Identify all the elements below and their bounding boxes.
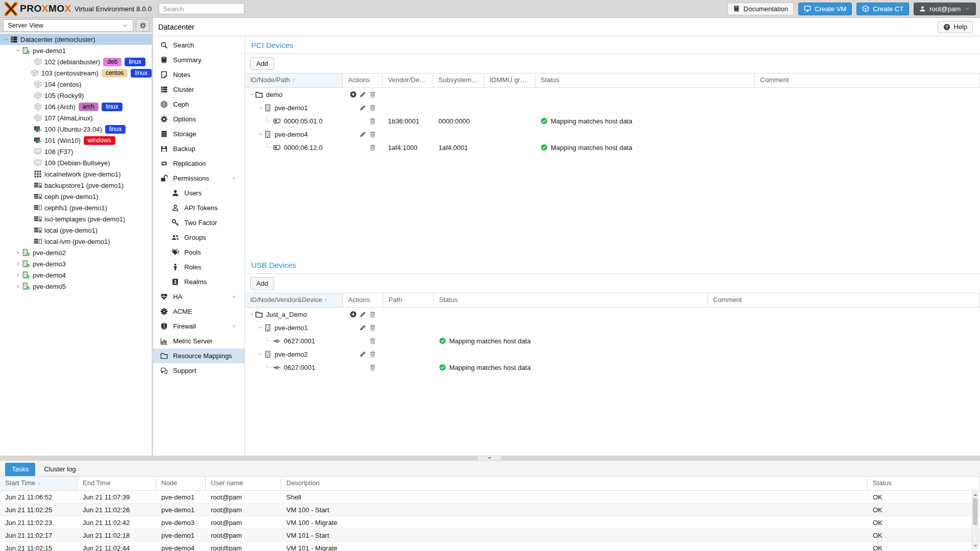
column-header[interactable]: IOMMU gr… [484,73,535,87]
tree-item[interactable]: 105 (Rocky9) [0,90,152,101]
tree-item[interactable]: localnetwork (pve-demo1) [0,168,152,180]
mapping-row[interactable]: 0627:0001Mapping matches host data [245,361,980,374]
nav-item-groups[interactable]: Groups [153,230,244,245]
edit-action[interactable] [358,350,368,358]
column-header[interactable]: Actions [343,73,383,87]
tree-item[interactable]: 106 (Arch)archlinux [0,101,152,112]
nav-item-support[interactable]: Support [153,363,244,378]
mapping-row[interactable]: −pve-demo1 [245,101,980,114]
column-header[interactable]: Status [868,477,980,490]
delete-action[interactable] [368,337,377,344]
column-header[interactable]: ID/Node/Path↑ [245,73,343,87]
nav-item-ha[interactable]: HA [153,289,244,304]
column-header[interactable]: Actions [343,293,383,307]
scroll-up-icon[interactable] [972,492,978,498]
create-ct-button[interactable]: Create CT [856,3,909,15]
expander-open-icon[interactable]: − [257,131,264,138]
edit-action[interactable] [358,131,368,138]
view-selector[interactable]: Server View [3,19,133,32]
horizontal-splitter[interactable] [0,456,980,461]
column-header[interactable]: Description [281,477,868,490]
nav-item-ceph[interactable]: Ceph [153,97,244,112]
column-header[interactable]: Vendor/De… [383,73,433,87]
tree-item[interactable]: 107 (AlmaLinux) [0,112,152,123]
edit-action[interactable] [358,104,368,111]
nav-item-permissions[interactable]: Permissions [153,171,244,186]
edit-action[interactable] [358,311,368,318]
scroll-down-icon[interactable] [972,543,978,549]
task-row[interactable]: Jun 21 11:02:25Jun 21 11:02:26pve-demo1r… [0,504,980,516]
expander-open-icon[interactable]: − [257,350,264,358]
column-header[interactable]: Comment [708,293,980,307]
nav-item-roles[interactable]: Roles [153,260,244,274]
tree-item[interactable]: 102 (debianbuster)deblinux [0,56,152,67]
delete-action[interactable] [368,117,377,124]
expander-closed-icon[interactable] [14,272,22,278]
expander-open-icon[interactable] [14,47,22,54]
nav-item-replication[interactable]: Replication [153,156,244,171]
expander-open-icon[interactable]: − [248,311,255,318]
nav-item-firewall[interactable]: Firewall [153,319,244,334]
expander-open-icon[interactable]: − [257,324,264,331]
expander-open-icon[interactable] [2,36,10,42]
nav-item-users[interactable]: Users [153,186,244,201]
tree-item[interactable]: iso-templages (pve-demo1) [0,213,152,224]
nav-item-resource-mappings[interactable]: Resource Mappings [153,348,244,363]
nav-item-two-factor[interactable]: Two Factor [153,215,244,230]
usb-add-button[interactable]: Add [250,277,274,290]
splitter-collapse-handle[interactable] [478,456,501,460]
column-header[interactable]: Status [434,293,708,307]
tree-item[interactable]: pve-demo3 [0,258,152,269]
expander-open-icon[interactable]: − [257,104,264,111]
task-row[interactable]: Jun 21 11:06:52Jun 21 11:07:39pve-demo1r… [0,491,980,504]
tab-cluster-log[interactable]: Cluster log [37,463,82,476]
nav-item-metric-server[interactable]: Metric Server [153,334,244,348]
tree-item[interactable]: local (pve-demo1) [0,224,152,236]
tree-item[interactable]: ceph (pve-demo1) [0,191,152,202]
mapping-row[interactable]: −Just_a_Demo [245,308,980,321]
tree-item[interactable]: cephfs1 (pve-demo1) [0,202,152,213]
expander-closed-icon[interactable] [14,249,22,256]
mapping-row[interactable]: −pve-demo1 [245,321,980,334]
mapping-row[interactable]: −pve-demo4 [245,128,980,141]
delete-action[interactable] [368,91,377,98]
delete-action[interactable] [368,104,377,111]
nav-item-search[interactable]: Search [153,38,244,53]
tree-item[interactable]: Datacenter (democluster) [0,34,152,45]
add-action[interactable] [348,91,358,98]
help-button[interactable]: ? Help [938,21,973,33]
edit-action[interactable] [358,324,368,331]
tree-item[interactable]: pve-demo1 [0,45,152,56]
tree-item[interactable]: local-lvm (pve-demo1) [0,236,152,247]
tree-item[interactable]: 109 (Debian-Bullseye) [0,157,152,168]
column-header[interactable]: End Time [78,477,156,490]
delete-action[interactable] [368,324,377,331]
tree-item[interactable]: 104 (centos) [0,79,152,90]
edit-action[interactable] [358,91,368,98]
tree-item[interactable]: 101 (Win10)windows [0,135,152,146]
tree-item[interactable]: backupstore1 (pve-demo1) [0,180,152,191]
nav-item-options[interactable]: Options [153,112,244,127]
tree-item[interactable]: 108 (F37) [0,146,152,157]
nav-item-notes[interactable]: Notes [153,67,244,82]
tasks-scrollbar[interactable] [972,491,978,549]
nav-item-cluster[interactable]: Cluster [153,82,244,97]
pci-add-button[interactable]: Add [250,57,274,70]
expander-closed-icon[interactable] [14,283,22,289]
tree-item[interactable]: pve-demo2 [0,247,152,258]
mapping-row[interactable]: 0000:05:01.01b36:00010000:0000Mapping ma… [245,114,980,128]
mapping-row[interactable]: −pve-demo2 [245,347,980,361]
user-menu-button[interactable]: root@pam [914,3,976,15]
nav-item-realms[interactable]: Realms [153,274,244,289]
tree-item[interactable]: pve-demo4 [0,269,152,281]
nav-item-api-tokens[interactable]: API Tokens [153,201,244,215]
column-header[interactable]: Status [535,73,755,87]
documentation-button[interactable]: Documentation [727,3,794,15]
task-row[interactable]: Jun 21 11:02:23Jun 21 11:02:42pve-demo3r… [0,516,980,529]
delete-action[interactable] [368,131,377,138]
column-header[interactable]: ID/Node/Vendor&Device↑ [245,293,343,307]
nav-item-backup[interactable]: Backup [153,141,244,156]
mapping-row[interactable]: −demo [245,88,980,101]
delete-action[interactable] [368,364,377,371]
nav-item-storage[interactable]: Storage [153,127,244,141]
